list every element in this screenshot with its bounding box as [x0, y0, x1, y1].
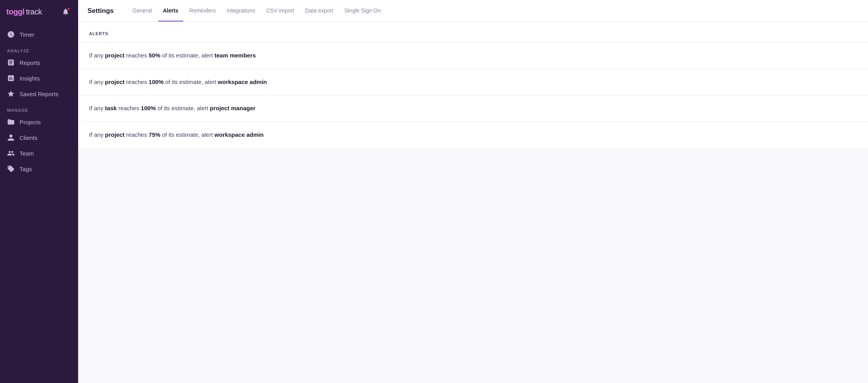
alert-middle: reaches: [117, 105, 141, 111]
tab-general[interactable]: General: [128, 0, 157, 21]
sidebar-item-team[interactable]: Team: [0, 145, 78, 161]
alert-row: If any project reaches 100% of its estim…: [78, 69, 868, 96]
clients-icon: [7, 134, 15, 141]
sidebar-item-clients[interactable]: Clients: [0, 130, 78, 145]
alert-suffix: of its estimate, alert: [156, 105, 210, 111]
alert-prefix: If any: [89, 131, 105, 138]
alert-middle: reaches: [125, 79, 149, 85]
sidebar-tags-label: Tags: [20, 166, 32, 172]
alert-entity: project: [105, 131, 125, 138]
sidebar-timer-label: Timer: [20, 31, 34, 38]
sidebar-item-saved-reports[interactable]: Saved Reports: [0, 86, 78, 102]
alert-threshold: 100%: [149, 79, 164, 85]
alert-row: If any project reaches 50% of its estima…: [78, 43, 868, 69]
sidebar-header: toggl track: [0, 0, 78, 23]
alert-threshold: 50%: [149, 52, 161, 59]
team-icon: [7, 149, 15, 157]
tab-csv-import[interactable]: CSV import: [261, 0, 299, 21]
alert-recipient: workspace admin: [214, 131, 264, 138]
sidebar-nav: Timer ANALYZE Reports Insights: [0, 23, 78, 383]
alerts-list: If any project reaches 50% of its estima…: [78, 43, 868, 148]
logo-toggl: toggl: [6, 7, 24, 16]
alert-prefix: If any: [89, 105, 105, 111]
sidebar-saved-reports-label: Saved Reports: [20, 91, 58, 97]
logo-track: track: [26, 7, 42, 16]
alert-entity: task: [105, 105, 117, 111]
alert-prefix: If any: [89, 52, 105, 59]
alert-threshold: 75%: [149, 131, 161, 138]
tab-single-sign-on[interactable]: Single Sign On: [339, 0, 385, 21]
logo[interactable]: toggl track: [6, 7, 42, 16]
tab-integrations[interactable]: Integrations: [222, 0, 260, 21]
alert-recipient: team members: [214, 52, 256, 59]
notification-bell[interactable]: [59, 5, 72, 18]
content-area: ALERTS If any project reaches 50% of its…: [78, 22, 868, 383]
tab-reminders[interactable]: Reminders: [185, 0, 221, 21]
page-title: Settings: [88, 7, 114, 15]
sidebar-insights-label: Insights: [20, 75, 40, 82]
sidebar-team-label: Team: [20, 150, 34, 157]
alerts-section-heading: ALERTS: [78, 22, 868, 43]
main-content: Settings General Alerts Reminders Integr…: [78, 0, 868, 383]
notification-dot: [67, 7, 70, 11]
sidebar-item-insights[interactable]: Insights: [0, 70, 78, 86]
timer-icon: [7, 30, 15, 38]
sidebar-projects-label: Projects: [20, 119, 41, 125]
sidebar-reports-label: Reports: [20, 59, 40, 66]
tab-data-export[interactable]: Data export: [300, 0, 338, 21]
alert-middle: reaches: [125, 131, 149, 138]
sidebar-item-timer[interactable]: Timer: [0, 27, 78, 42]
alert-entity: project: [105, 79, 125, 85]
insights-icon: [7, 74, 15, 82]
sidebar-item-tags[interactable]: Tags: [0, 161, 78, 177]
alert-suffix: of its estimate, alert: [161, 52, 214, 59]
reports-icon: [7, 59, 15, 66]
sidebar-clients-label: Clients: [20, 134, 38, 141]
manage-section-label: MANAGE: [0, 102, 78, 114]
sidebar-item-reports[interactable]: Reports: [0, 55, 78, 70]
saved-reports-icon: [7, 90, 15, 98]
alert-threshold: 100%: [141, 105, 156, 111]
tab-alerts[interactable]: Alerts: [158, 0, 183, 21]
sidebar-item-projects[interactable]: Projects: [0, 114, 78, 130]
alert-row: If any project reaches 75% of its estima…: [78, 122, 868, 148]
topbar: Settings General Alerts Reminders Integr…: [78, 0, 868, 22]
projects-icon: [7, 118, 15, 126]
sidebar: toggl track Timer ANALYZE: [0, 0, 78, 383]
tags-icon: [7, 165, 15, 173]
alert-recipient: workspace admin: [218, 79, 267, 85]
alert-prefix: If any: [89, 79, 105, 85]
alert-suffix: of its estimate, alert: [164, 79, 218, 85]
alert-suffix: of its estimate, alert: [161, 131, 214, 138]
analyze-section-label: ANALYZE: [0, 42, 78, 55]
alert-middle: reaches: [125, 52, 149, 59]
alert-row: If any task reaches 100% of its estimate…: [78, 95, 868, 122]
settings-nav: General Alerts Reminders Integrations CS…: [128, 0, 386, 21]
alert-entity: project: [105, 52, 125, 59]
alert-recipient: project manager: [210, 105, 255, 111]
